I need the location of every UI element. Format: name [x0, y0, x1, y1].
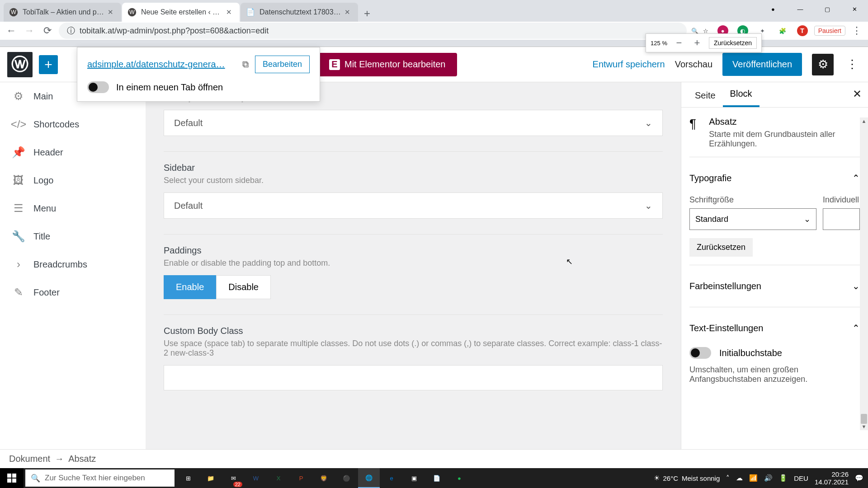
sidebar-item-breadcrumbs[interactable]: ›Breadcrumbs	[0, 250, 146, 278]
taskbar-search[interactable]: 🔍 Zur Suche Text hier eingeben	[25, 469, 175, 487]
start-button[interactable]	[0, 468, 24, 488]
taskbar-app-generic[interactable]: ▣	[403, 468, 425, 488]
sidebar-select[interactable]: Default ⌄	[164, 192, 663, 219]
close-icon[interactable]: ✕	[226, 8, 234, 16]
page-settings-sidebar: ⚙Main </>Shortcodes 📌Header 🖼Logo ☰Menu …	[0, 82, 146, 449]
taskbar-app-word[interactable]: W	[245, 468, 267, 488]
taskbar-app-edge[interactable]: e	[381, 468, 402, 488]
tray-cloud-icon[interactable]: ☁	[736, 474, 743, 482]
publish-button[interactable]: Veröffentlichen	[722, 53, 802, 76]
typography-reset-button[interactable]: Zurücksetzen	[689, 238, 753, 257]
address-bar[interactable]: ⓘ tobitalk.at/wp-admin/post.php?post=608…	[59, 23, 687, 39]
layout-select[interactable]: Default ⌄	[164, 110, 663, 136]
preview-button[interactable]: Vorschau	[675, 59, 712, 70]
weather-icon: ☀	[654, 474, 660, 482]
taskbar-app-brave[interactable]: 🦁	[313, 468, 335, 488]
settings-button[interactable]: ⚙	[812, 54, 834, 75]
extensions-menu-icon[interactable]: 🧩	[777, 25, 788, 36]
profile-avatar[interactable]: T	[797, 25, 808, 36]
zoom-in-button[interactable]: +	[691, 37, 703, 49]
tray-volume-icon[interactable]: 🔊	[764, 474, 773, 482]
taskbar-app-spotify[interactable]: ●	[448, 468, 470, 488]
tray-battery-icon[interactable]: 🔋	[779, 474, 788, 482]
reload-button[interactable]: ⟳	[41, 24, 54, 38]
tab-block[interactable]: Block	[723, 82, 760, 107]
browser-tab-2[interactable]: 📄 Datenschutztext 1780339 – AdS… ✕	[241, 3, 358, 22]
taskbar-app-chrome[interactable]: 🌐	[358, 468, 380, 488]
sidebar-item-header[interactable]: 📌Header	[0, 138, 146, 166]
tab-page[interactable]: Seite	[688, 84, 723, 107]
text-settings-panel-header[interactable]: Text-Einstellungen ⌃	[689, 315, 860, 341]
chevron-down-icon: ⌄	[804, 214, 811, 224]
editor-breadcrumb: Dokument → Absatz	[0, 449, 868, 468]
chrome-menu-button[interactable]: ⋮	[850, 24, 863, 38]
dropcap-label: Initialbuchstabe	[719, 348, 782, 358]
more-options-button[interactable]: ⋮	[844, 57, 861, 71]
taskbar-clock[interactable]: 20:26 14.07.2021	[815, 470, 849, 486]
main-content: Select your custom layout. Default ⌄ Sid…	[146, 82, 681, 449]
sync-paused-badge[interactable]: Pausiert	[814, 26, 845, 36]
taskbar-weather[interactable]: ☀ 26°C Meist sonnig	[654, 474, 720, 482]
scroll-up-arrow[interactable]: ▲	[860, 117, 868, 125]
taskbar-app-excel[interactable]: X	[268, 468, 289, 488]
maximize-button[interactable]: ▢	[814, 0, 841, 18]
tray-language[interactable]: DEU	[794, 474, 808, 482]
chevron-down-icon: ⌄	[852, 281, 860, 291]
font-size-select[interactable]: Standard ⌄	[689, 208, 816, 230]
editor-scrollbar[interactable]: ▲ ▼	[860, 117, 868, 430]
sidebar-item-logo[interactable]: 🖼Logo	[0, 166, 146, 194]
close-window-button[interactable]: ✕	[841, 0, 868, 18]
color-panel-header[interactable]: Farbeinstellungen ⌄	[689, 273, 860, 299]
font-size-input[interactable]	[823, 208, 860, 230]
task-view-button[interactable]: ⊞	[177, 468, 199, 488]
site-info-icon[interactable]: ⓘ	[67, 25, 75, 36]
zoom-reset-button[interactable]: Zurücksetzen	[709, 37, 757, 49]
browser-tab-1[interactable]: W Neue Seite erstellen ‹ TobiTalk ✕	[122, 3, 240, 22]
notifications-button[interactable]: 💬	[855, 474, 863, 482]
sidebar-item-menu[interactable]: ☰Menu	[0, 194, 146, 222]
new-tab-label: In einem neuen Tab öffnen	[116, 82, 223, 93]
sidebar-item-footer[interactable]: ✎Footer	[0, 278, 146, 306]
elementor-button[interactable]: E Mit Elementor bearbeiten	[317, 53, 457, 76]
dropcap-toggle[interactable]	[689, 347, 711, 359]
taskbar-app-explorer[interactable]: 📁	[200, 468, 222, 488]
taskbar-app-notepad[interactable]: 📄	[426, 468, 448, 488]
edit-link-button[interactable]: Bearbeiten	[255, 56, 310, 73]
taskbar-app-powerpoint[interactable]: P	[290, 468, 312, 488]
close-icon[interactable]: ✕	[108, 8, 116, 16]
external-link-icon[interactable]: ⧉	[242, 59, 249, 70]
browser-tab-0[interactable]: W TobiTalk – Aktien und persönlich… ✕	[4, 3, 121, 22]
wp-favicon: W	[127, 8, 137, 17]
sidebar-item-title[interactable]: 🔧Title	[0, 222, 146, 250]
save-draft-button[interactable]: Entwurf speichern	[593, 59, 665, 70]
tray-wifi-icon[interactable]: 📶	[749, 474, 758, 482]
search-icon: 🔍	[31, 474, 40, 483]
tab-title: TobiTalk – Aktien und persönlich…	[23, 8, 104, 16]
scroll-thumb[interactable]	[861, 414, 867, 424]
sidebar-item-shortcodes[interactable]: </>Shortcodes	[0, 110, 146, 138]
typography-panel-header[interactable]: Typografie ⌃	[689, 165, 860, 191]
add-block-button[interactable]: +	[39, 55, 58, 74]
new-tab-button[interactable]: +	[359, 5, 375, 22]
account-icon[interactable]: ●	[760, 0, 787, 18]
forward-button[interactable]: →	[23, 24, 36, 38]
back-button[interactable]: ←	[5, 24, 18, 38]
new-tab-toggle[interactable]	[87, 81, 109, 93]
paddings-disable-button[interactable]: Disable	[216, 275, 271, 299]
breadcrumb-doc[interactable]: Dokument	[9, 454, 50, 464]
font-size-label: Schriftgröße	[689, 195, 816, 205]
wordpress-logo[interactable]: ⓦ	[7, 52, 33, 77]
zoom-out-button[interactable]: −	[673, 37, 685, 49]
close-inspector-button[interactable]: ✕	[853, 88, 862, 100]
breadcrumb-current[interactable]: Absatz	[68, 454, 96, 464]
custom-body-class-input[interactable]	[164, 365, 663, 390]
minimize-button[interactable]: —	[787, 0, 814, 18]
taskbar-app-obs[interactable]: ⚫	[335, 468, 357, 488]
paddings-enable-button[interactable]: Enable	[164, 275, 216, 299]
scroll-down-arrow[interactable]: ▼	[860, 423, 868, 430]
link-url[interactable]: adsimple.at/datenschutz-genera…	[87, 59, 236, 70]
sidebar-description: Select your custom sidebar.	[164, 176, 663, 185]
tray-chevron-up-icon[interactable]: ˄	[726, 474, 730, 482]
close-icon[interactable]: ✕	[344, 8, 353, 16]
taskbar-app-mail[interactable]: ✉22	[222, 468, 244, 488]
